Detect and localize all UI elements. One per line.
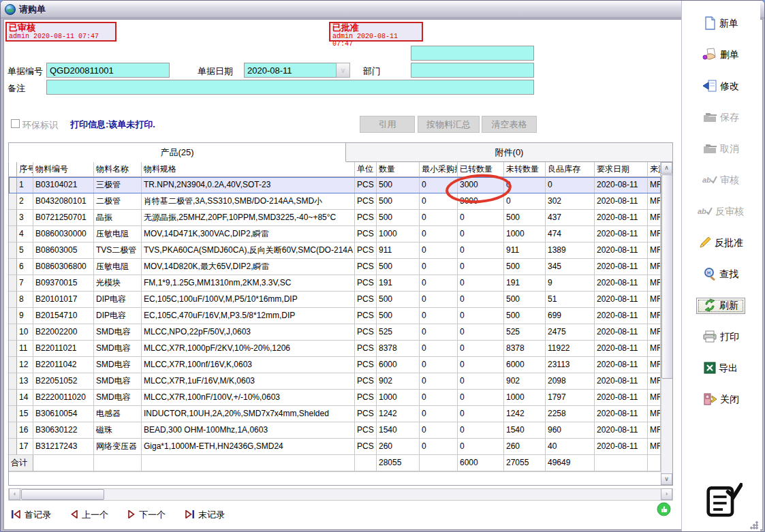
nav-button-label: 首记录	[25, 509, 51, 521]
save-icon	[702, 111, 717, 125]
date-dropdown-button[interactable]: ∨	[336, 63, 350, 78]
doc-date-field[interactable]	[244, 63, 350, 78]
clear-table-button[interactable]: 清空表格	[482, 116, 537, 133]
cell	[94, 455, 142, 471]
table-row[interactable]: 15B30610054电感器INDUCTOR,10UH,2A,20%,SMD7x…	[9, 406, 661, 422]
extra-field[interactable]	[411, 46, 534, 61]
cell: 500	[377, 193, 420, 210]
table-row[interactable]: 11B22011021SMD电容MLCC,X7R,1000pF/2KV,10%-…	[9, 341, 661, 357]
eco-label: 环保标识	[22, 119, 58, 131]
sidebar-button-close[interactable]: 关闭	[699, 392, 743, 408]
scroll-down-icon[interactable]: ∨	[661, 473, 672, 485]
row-header-cell	[9, 471, 17, 472]
row-header-cell	[9, 308, 17, 324]
nav-last-button[interactable]: 末记录	[185, 509, 225, 521]
table-row[interactable]: 16B30630122磁珠BEAD,300 OHM-100Mhz,1A,0603…	[9, 422, 661, 439]
scroll-right-icon[interactable]: ›	[661, 488, 672, 500]
cell	[546, 471, 595, 472]
vertical-scrollbar[interactable]: ∧ ∨	[661, 162, 672, 485]
quote-button[interactable]: 引用	[360, 116, 415, 133]
print-info-text: 打印信息:该单未打印.	[70, 119, 155, 131]
approved-stamp: 已批准 admin 2020-08-11 07:47	[329, 22, 423, 42]
table-row[interactable]: 14B2220011020SMD电容MLCC,X7R,100nF/100V,+/…	[9, 390, 661, 406]
cell: MR	[648, 275, 661, 292]
scroll-left-icon[interactable]: ‹	[9, 488, 20, 500]
grid-header-row: 序号物料编号物料名称物料规格单位数量最小采购批已转数量未转数量良品库存要求日期来…	[9, 162, 661, 177]
cell	[94, 471, 142, 472]
cell: 0	[504, 193, 546, 210]
table-row[interactable]: 8B20101017DIP电容EC,105C,100uF/100V,M,P5/1…	[9, 292, 661, 308]
cell: 1000	[504, 226, 546, 242]
sidebar-button-export[interactable]: 导出	[700, 360, 741, 377]
doc-no-label: 单据编号	[7, 65, 43, 78]
nav-first-button[interactable]: 首记录	[11, 509, 51, 521]
sidebar-button-delete[interactable]: 删单	[699, 47, 743, 63]
cell: B31217243	[33, 439, 94, 455]
cell: 0	[458, 439, 504, 455]
sidebar-button-print[interactable]: 打印	[699, 329, 743, 345]
cell: 2020-08-11	[595, 406, 648, 422]
nav-prev-button[interactable]: 上一个	[70, 509, 108, 521]
table-row[interactable]: 7B09370015光模块FM,1*9,1.25G,MM1310nm,2KM,3…	[9, 275, 661, 292]
row-header-cell	[9, 324, 17, 341]
table-row[interactable]: 9B20154710DIP电容EC,105C,470uF/16V,M,P3.5/…	[9, 308, 661, 324]
cell: 0	[420, 292, 458, 308]
tab-attachments[interactable]: 附件(0)	[345, 142, 673, 162]
table-row[interactable]: 1B03104021三极管TR.NPN,2N3904,0.2A,40V,SOT-…	[9, 177, 661, 193]
table-row[interactable]: 10B22002200SMD电容MLCC,NPO,22pF/50V,J,0603…	[9, 324, 661, 341]
cell: 500	[504, 210, 546, 226]
table-row[interactable]: 12B22011042SMD电容MLCC,X7R,100nf/16V,K,060…	[9, 357, 661, 373]
tab-products[interactable]: 产品(25)	[8, 142, 346, 162]
cell: MR	[648, 193, 661, 210]
row-header-cell	[9, 422, 17, 439]
cell	[648, 471, 661, 472]
table-row[interactable]: 6B0860306800压敏电阻MOV,14D820K,最大65V,DIP2,瞬…	[9, 259, 661, 275]
remark-field[interactable]	[46, 80, 534, 95]
dept-field[interactable]	[411, 63, 534, 78]
cell: 6000	[458, 455, 504, 471]
horizontal-scrollbar[interactable]: ‹ ›	[8, 488, 673, 501]
table-row[interactable]: 17B31217243网络变压器Giga*1,1000M-ETH,HN2436G…	[9, 439, 661, 455]
eco-checkbox[interactable]	[11, 119, 20, 128]
cell	[420, 455, 458, 471]
cell: 来源	[648, 162, 661, 177]
cell: 11922	[546, 341, 595, 357]
table-row[interactable]: 13B22051052SMD电容MLCC,X7R,1uF/16V,M/K,060…	[9, 373, 661, 390]
resize-grip[interactable]	[750, 521, 758, 529]
table-row[interactable]: 2B0432080101二极管肖特基二极管,3A,SS310,SMB/DO-21…	[9, 193, 661, 210]
titlebar[interactable]: 请购单 ✕	[1, 1, 764, 18]
new-doc-icon	[703, 16, 717, 32]
cell: 2020-08-11	[595, 439, 648, 455]
cell: 三极管	[94, 177, 142, 193]
cell: 474	[546, 226, 595, 242]
nav-next-button[interactable]: 下一个	[127, 509, 166, 521]
cell: 1540	[504, 422, 546, 439]
row-header-cell	[9, 226, 17, 242]
sidebar-button-modify[interactable]: 修改	[699, 78, 743, 95]
form-body: 已审核 admin 2020-08-11 07:47 已批准 admin 202…	[3, 19, 763, 530]
row-header-cell	[9, 177, 17, 193]
row-header-cell	[9, 275, 17, 292]
horizontal-scroll-thumb[interactable]	[21, 489, 104, 500]
vertical-scroll-thumb[interactable]	[661, 174, 673, 379]
cell: 911	[504, 242, 546, 259]
summarize-by-material-button[interactable]: 按物料汇总	[418, 116, 480, 133]
sidebar-button-refresh[interactable]: 刷新	[696, 298, 745, 314]
table-row[interactable]: 3B0721250701晶振无源晶振,25MHZ,20PF,10PPM,SMD3…	[9, 210, 661, 226]
cell: MR	[648, 390, 661, 406]
cell	[458, 471, 504, 472]
cell: 电感器	[94, 406, 142, 422]
doc-no-field[interactable]	[46, 63, 170, 78]
sidebar-button-cancel: 取消	[699, 141, 743, 157]
cell: 5	[17, 242, 33, 259]
table-row[interactable]: 4B0860030000压敏电阻MOV,14D471K,300VAC,DIP2,…	[9, 226, 661, 242]
cell: 2020-08-11	[595, 341, 648, 357]
sidebar-button-unapprove[interactable]: 反批准	[695, 235, 747, 251]
cell	[355, 455, 377, 471]
scroll-up-icon[interactable]: ∧	[661, 162, 672, 174]
table-row[interactable]: 5B08603005TVS二极管TVS,PKA60CA(SMDJ60CA),反向…	[9, 242, 661, 259]
sidebar-button-find[interactable]: H查找	[700, 266, 742, 283]
sidebar-button-new[interactable]: 新单	[700, 16, 742, 32]
sidebar-button-label: 导出	[719, 362, 738, 375]
cell: 二极管	[94, 193, 142, 210]
